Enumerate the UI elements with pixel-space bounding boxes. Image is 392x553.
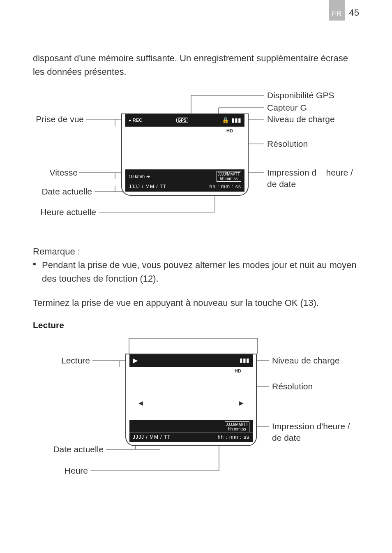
battery-icon: ▮▮▮ <box>231 117 241 123</box>
remarque-heading: Remarque : <box>33 245 359 258</box>
label-vitesse: Vitesse <box>50 168 78 178</box>
label-prise-de-vue: Prise de vue <box>36 114 84 124</box>
label-niveau-charge: Niveau de charge <box>267 114 335 124</box>
battery-icon-2: ▮▮▮ <box>240 357 249 363</box>
label-resolution: Résolution <box>267 139 308 149</box>
recording-screen-bottom-bar: 10 km/h JJJJ/MM/TThh:mm:ss JJJJ / MM / T… <box>125 169 244 192</box>
terminez-paragraph: Terminez la prise de vue en appuyant à n… <box>33 296 359 310</box>
playback-diagram: Lecture Date actuelle Heure Niveau de ch… <box>33 335 359 487</box>
playback-screen-bottom-bar: JJJJ/MM/TThh:mm:ss JJJJ / MM / TT hh : m… <box>129 420 253 442</box>
label-date-actuelle: Date actuelle <box>42 187 92 197</box>
intro-paragraph: disposant d'une mémoire suffisante. Un e… <box>33 51 359 79</box>
label-capteur-g: Capteur G <box>267 103 307 113</box>
footer-date: JJJJ / MM / TT <box>129 184 166 190</box>
bullet-icon: ■ <box>33 258 42 285</box>
label-date-2: Date actuelle <box>53 444 104 454</box>
playback-screen-frame: ▮▮▮ HD JJJJ/MM/TThh:mm:ss JJJJ / MM / TT… <box>125 354 257 446</box>
footer-date-2: JJJJ / MM / TT <box>133 434 171 440</box>
label-resolution-2: Résolution <box>272 382 313 391</box>
label-heure-2: Heure <box>65 466 88 476</box>
label-gps: Disponibilité GPS <box>267 90 334 100</box>
remarque-bullet: Pendant la prise de vue, vous pouvez alt… <box>42 258 359 285</box>
footer-time: hh : mm : ss <box>210 184 241 190</box>
hd-label: HD <box>226 128 233 133</box>
lecture-heading: Lecture <box>33 319 359 332</box>
recording-diagram: Prise de vue Vitesse Date actuelle Heure… <box>33 90 359 228</box>
page-number: 45 <box>345 0 359 21</box>
label-impression-2: de date <box>267 179 296 189</box>
label-lecture: Lecture <box>61 356 90 366</box>
nav-left-icon <box>138 398 143 407</box>
remarque-block: Remarque : ■ Pendant la prise de vue, vo… <box>33 245 359 285</box>
page-header: FR 45 <box>329 0 359 21</box>
lang-badge: FR <box>329 0 345 21</box>
nav-right-icon <box>239 398 244 407</box>
lock-icon: 🔒 <box>222 117 229 123</box>
recording-screen-frame: REC GPS 🔒 ▮▮▮ HD 10 km/h JJJJ/MM/TThh:mm… <box>121 113 249 196</box>
label-impression-1: Impression d heure / <box>267 168 353 178</box>
label-charge-2: Niveau de charge <box>272 356 340 366</box>
speed-readout: 10 km/h <box>129 174 150 179</box>
play-icon <box>133 356 138 364</box>
hd-label-2: HD <box>235 368 241 373</box>
playback-screen-top-bar: ▮▮▮ <box>129 354 253 367</box>
footer-time-2: hh : mm : ss <box>218 434 249 440</box>
gps-icon: GPS <box>176 118 188 123</box>
recording-screen-top-bar: REC GPS 🔒 ▮▮▮ <box>125 114 244 127</box>
timestamp-box-2: JJJJ/MM/TThh:mm:ss <box>225 421 249 432</box>
rec-indicator: REC <box>129 118 142 123</box>
timestamp-box: JJJJ/MM/TThh:mm:ss <box>217 171 241 182</box>
label-impression-4: de date <box>272 433 301 443</box>
label-heure-actuelle: Heure actuelle <box>41 207 96 217</box>
label-impression-3: Impression d'heure / <box>272 421 350 431</box>
